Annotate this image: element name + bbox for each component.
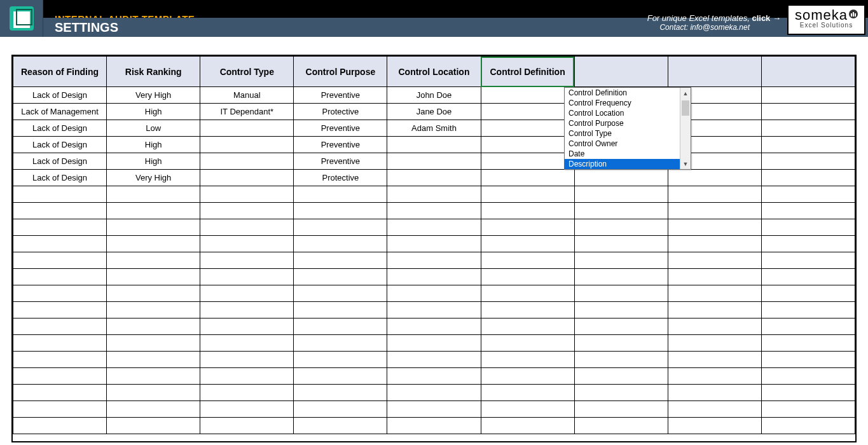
table-cell[interactable] bbox=[481, 318, 574, 335]
table-cell[interactable] bbox=[668, 186, 761, 203]
table-cell[interactable] bbox=[387, 170, 481, 186]
table-cell[interactable] bbox=[387, 368, 481, 385]
table-cell[interactable] bbox=[294, 418, 387, 434]
table-cell[interactable] bbox=[574, 318, 668, 335]
table-cell[interactable] bbox=[200, 285, 294, 302]
table-cell[interactable] bbox=[761, 318, 855, 335]
dropdown-option[interactable]: Control Type bbox=[565, 128, 691, 139]
table-cell[interactable] bbox=[761, 104, 855, 120]
table-cell[interactable] bbox=[668, 418, 761, 434]
table-cell[interactable] bbox=[294, 385, 387, 401]
table-cell[interactable] bbox=[668, 236, 761, 252]
column-header[interactable]: Control Location bbox=[387, 57, 481, 87]
table-cell[interactable] bbox=[387, 269, 481, 285]
table-cell[interactable]: Preventive bbox=[294, 87, 387, 104]
table-cell[interactable] bbox=[107, 335, 200, 352]
table-cell[interactable] bbox=[200, 120, 294, 137]
table-cell[interactable]: Adam Smith bbox=[387, 120, 481, 137]
table-cell[interactable]: Lack of Design bbox=[13, 170, 107, 186]
dropdown-scrollbar[interactable]: ▲ ▼ bbox=[680, 88, 691, 169]
table-cell[interactable] bbox=[200, 269, 294, 285]
dropdown-option[interactable]: Description bbox=[565, 159, 691, 169]
table-cell[interactable] bbox=[13, 368, 107, 385]
table-cell[interactable] bbox=[761, 87, 855, 104]
table-cell[interactable] bbox=[294, 285, 387, 302]
table-cell[interactable] bbox=[107, 418, 200, 434]
table-cell[interactable] bbox=[761, 302, 855, 318]
table-cell[interactable] bbox=[761, 170, 855, 186]
table-cell[interactable] bbox=[13, 385, 107, 401]
table-cell[interactable] bbox=[107, 385, 200, 401]
table-cell[interactable] bbox=[200, 252, 294, 269]
table-cell[interactable] bbox=[200, 385, 294, 401]
table-cell[interactable] bbox=[107, 302, 200, 318]
table-cell[interactable] bbox=[13, 302, 107, 318]
column-dropdown[interactable]: Control DefinitionControl FrequencyContr… bbox=[564, 87, 691, 170]
table-cell[interactable] bbox=[574, 170, 668, 186]
column-header[interactable]: Reason of Finding bbox=[13, 57, 107, 87]
table-cell[interactable] bbox=[481, 104, 574, 120]
table-cell[interactable] bbox=[761, 137, 855, 153]
table-cell[interactable]: Lack of Design bbox=[13, 137, 107, 153]
table-cell[interactable] bbox=[481, 170, 574, 186]
table-cell[interactable] bbox=[761, 236, 855, 252]
table-cell[interactable] bbox=[13, 252, 107, 269]
table-cell[interactable] bbox=[668, 203, 761, 219]
table-cell[interactable] bbox=[668, 352, 761, 368]
table-cell[interactable] bbox=[668, 302, 761, 318]
column-header[interactable]: Risk Ranking bbox=[107, 57, 200, 87]
table-cell[interactable] bbox=[13, 186, 107, 203]
table-cell[interactable] bbox=[200, 219, 294, 236]
dropdown-option[interactable]: Control Location bbox=[565, 108, 691, 118]
table-cell[interactable] bbox=[107, 352, 200, 368]
table-cell[interactable] bbox=[387, 285, 481, 302]
table-cell[interactable] bbox=[294, 186, 387, 203]
table-cell[interactable] bbox=[200, 352, 294, 368]
table-cell[interactable] bbox=[481, 269, 574, 285]
table-cell[interactable] bbox=[107, 318, 200, 335]
table-cell[interactable] bbox=[294, 401, 387, 418]
table-cell[interactable] bbox=[294, 302, 387, 318]
table-cell[interactable]: Preventive bbox=[294, 153, 387, 170]
table-cell[interactable] bbox=[481, 285, 574, 302]
table-cell[interactable] bbox=[761, 385, 855, 401]
table-cell[interactable] bbox=[200, 318, 294, 335]
table-cell[interactable] bbox=[574, 285, 668, 302]
table-cell[interactable] bbox=[200, 203, 294, 219]
table-cell[interactable] bbox=[668, 219, 761, 236]
table-cell[interactable] bbox=[294, 236, 387, 252]
table-cell[interactable] bbox=[107, 401, 200, 418]
brand-logo[interactable]: someka Excel Solutions bbox=[787, 4, 865, 35]
table-cell[interactable] bbox=[13, 203, 107, 219]
table-cell[interactable] bbox=[200, 170, 294, 186]
table-cell[interactable] bbox=[13, 318, 107, 335]
table-cell[interactable] bbox=[387, 352, 481, 368]
table-cell[interactable] bbox=[387, 153, 481, 170]
table-cell[interactable] bbox=[387, 418, 481, 434]
column-header[interactable] bbox=[574, 57, 668, 87]
table-cell[interactable] bbox=[761, 401, 855, 418]
table-cell[interactable]: Very High bbox=[107, 87, 200, 104]
table-cell[interactable]: Protective bbox=[294, 170, 387, 186]
dropdown-option[interactable]: Control Purpose bbox=[565, 118, 691, 128]
table-cell[interactable] bbox=[387, 137, 481, 153]
table-cell[interactable]: Preventive bbox=[294, 137, 387, 153]
table-cell[interactable]: Manual bbox=[200, 87, 294, 104]
table-cell[interactable] bbox=[200, 401, 294, 418]
table-cell[interactable]: IT Dependant* bbox=[200, 104, 294, 120]
table-cell[interactable]: High bbox=[107, 137, 200, 153]
table-cell[interactable] bbox=[107, 236, 200, 252]
table-cell[interactable] bbox=[481, 335, 574, 352]
table-cell[interactable] bbox=[761, 269, 855, 285]
table-cell[interactable] bbox=[200, 186, 294, 203]
table-cell[interactable] bbox=[668, 368, 761, 385]
table-cell[interactable] bbox=[668, 170, 761, 186]
table-cell[interactable] bbox=[294, 318, 387, 335]
table-cell[interactable] bbox=[387, 385, 481, 401]
table-cell[interactable] bbox=[13, 401, 107, 418]
table-cell[interactable] bbox=[481, 385, 574, 401]
table-cell[interactable] bbox=[481, 418, 574, 434]
table-cell[interactable] bbox=[668, 252, 761, 269]
table-cell[interactable] bbox=[761, 186, 855, 203]
table-cell[interactable] bbox=[481, 302, 574, 318]
